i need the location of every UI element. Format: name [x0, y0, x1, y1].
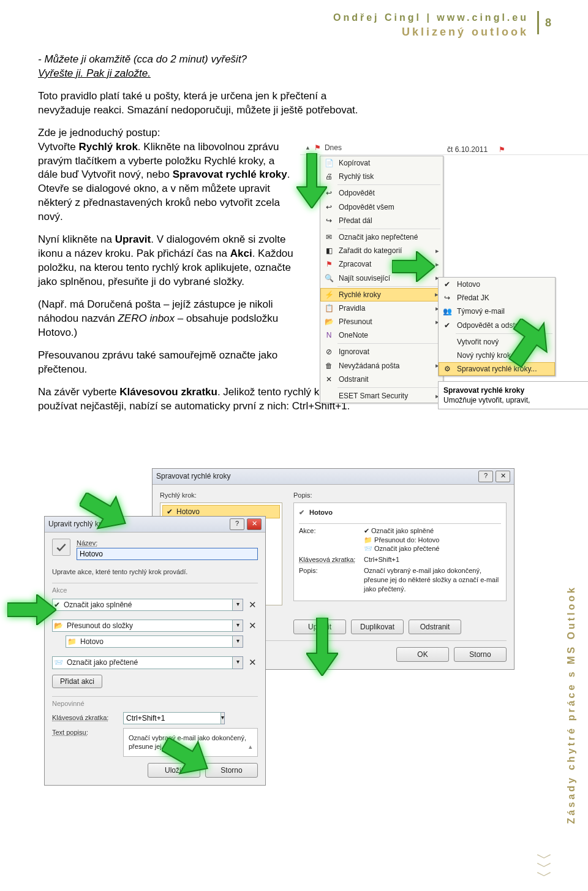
ctx-copy[interactable]: 📄Kopírovat [320, 156, 443, 170]
check-icon: ✔ [442, 320, 452, 330]
header-subtitle: Uklizený outlook [333, 25, 529, 39]
paragraph-5a: Přesouvanou zprávu také samouřejmě označ… [38, 349, 295, 377]
ctx-delete[interactable]: ✕Odstranit [320, 373, 443, 386]
context-menu-screenshot: ▲ ⚑ Dnes čt 6.10.2011 ⚑ 📄Kopírovat 🖨Rych… [300, 141, 588, 155]
label-texttip: Text popisu: [52, 728, 119, 737]
green-arrow-icon [392, 251, 435, 282]
svg-marker-6 [306, 618, 338, 676]
step-icon-button[interactable] [52, 539, 70, 556]
dropdown-caret-icon[interactable]: ▾ [233, 635, 243, 648]
folder-icon: 📁 [364, 536, 372, 544]
green-arrow-icon [7, 594, 56, 625]
ctx-onenote[interactable]: NOneNote [320, 328, 443, 342]
question-line: - Můžete ji okamžitě (cca do 2 minut) vy… [38, 53, 551, 67]
answer-line: Vyřešte ji. Pak ji založte. [38, 67, 551, 81]
window-title: Spravovat rychlé kroky [156, 471, 230, 481]
label-optional: Nepovinné [52, 699, 258, 708]
row-date: čt 6.10.2011 [447, 145, 488, 154]
help-button[interactable]: ? [230, 518, 244, 530]
dropdown-caret-icon[interactable]: ▾ [233, 620, 243, 632]
sub-predat[interactable]: ↪Předat JK [439, 291, 555, 305]
remove-action-button[interactable]: ✕ [247, 656, 258, 669]
green-arrow-icon [162, 738, 211, 781]
paragraph-2: Zde je jednoduchý postup: Vytvořte Rychl… [38, 126, 295, 225]
side-vertical-text: Zásady chytré práce s MS Outlook [565, 585, 578, 824]
close-button[interactable]: ✕ [247, 518, 262, 530]
gear-icon: ⚙ [442, 364, 452, 374]
svg-marker-5 [162, 738, 211, 781]
ctx-ignore[interactable]: ⊘Ignorovat [320, 345, 443, 358]
action-1: ✔Označit jako splněné ▾ ✕ [52, 599, 258, 611]
label-step: Rychlý krok: [160, 491, 282, 500]
header-author: Ondřej Cingl | www.cingl.eu [333, 11, 529, 25]
help-button[interactable]: ? [478, 471, 493, 482]
svg-marker-1 [392, 251, 435, 282]
green-arrow-icon [80, 493, 129, 536]
action-2-sub: 📁Hotovo ▾ ✕ [66, 635, 258, 648]
action1-select[interactable]: ✔Označit jako splněné [52, 599, 233, 611]
flag-icon: ⚑ [314, 143, 321, 153]
folder-select[interactable]: 📁Hotovo [66, 635, 233, 648]
sub-team[interactable]: 👥Týmový e-mail [439, 305, 555, 318]
odstranit-button[interactable]: Odstranit [409, 620, 461, 634]
ctx-forward[interactable]: ↪Předat dál [320, 214, 443, 227]
folder-icon: 📁 [67, 637, 77, 646]
ok-button[interactable]: OK [396, 647, 449, 662]
add-action-button[interactable]: Přidat akci [52, 675, 102, 688]
group-today: Dnes [325, 143, 342, 153]
label-shortcut: Klávesová zkratka: [52, 713, 119, 722]
action3-select[interactable]: 📨Označit jako přečtené [52, 656, 233, 669]
check-icon: ✔ [442, 279, 452, 289]
close-button[interactable]: ✕ [496, 471, 510, 482]
mail-open-icon: 📨 [364, 545, 372, 552]
action-3: 📨Označit jako přečtené ▾ ✕ [52, 656, 258, 669]
chevron-down-icon: ﹀﹀﹀ [537, 854, 551, 880]
svg-marker-2 [508, 319, 551, 368]
edit-quickstep-window: Upravit rychlý krok ? ✕ Název: Upravte a… [44, 516, 266, 786]
dropdown-caret-icon[interactable]: ▾ [221, 712, 225, 724]
name-input[interactable] [77, 548, 258, 560]
team-icon: 👥 [442, 306, 452, 316]
svg-marker-0 [296, 153, 327, 208]
flag-icon: ⚑ [499, 145, 505, 154]
scroll-up-icon[interactable]: ▴ [249, 742, 252, 751]
sub-hotovo[interactable]: ✔Hotovo [439, 278, 555, 291]
storno-button[interactable]: Storno [205, 763, 258, 778]
duplikovat-button[interactable]: Duplikovat [351, 620, 404, 634]
ctx-junk[interactable]: 🗑Nevyžádaná pošta [320, 359, 443, 373]
ctx-eset[interactable]: ESET Smart Security [320, 389, 443, 403]
ignore-icon: ⊘ [324, 347, 334, 357]
delete-icon: ✕ [324, 374, 334, 384]
green-arrow-icon [306, 618, 338, 676]
svg-marker-4 [7, 594, 56, 625]
shortcut-select[interactable] [123, 712, 221, 724]
storno-button[interactable]: Storno [454, 647, 507, 662]
green-arrow-icon [508, 319, 551, 368]
check-icon: ✔ [167, 507, 173, 517]
remove-action-button[interactable]: ✕ [247, 599, 258, 611]
ctx-move[interactable]: 📂Přesunout [320, 315, 443, 328]
ctx-rules[interactable]: 📋Pravidla [320, 301, 443, 315]
label-name: Název: [77, 539, 258, 548]
paragraph-3: Nyní klikněte na Upravit. V dialogovém o… [38, 233, 295, 289]
check-icon: ✔ [364, 527, 369, 534]
dropdown-caret-icon[interactable]: ▾ [233, 599, 243, 611]
ctx-markunread[interactable]: ✉Označit jako nepřečtené [320, 230, 443, 244]
ctx-replyall[interactable]: ↩Odpovědět všem [320, 200, 443, 214]
ctx-quickprint[interactable]: 🖨Rychlý tisk [320, 170, 443, 183]
category-icon: ◧ [324, 246, 334, 256]
dropdown-caret-icon[interactable]: ▾ [233, 656, 243, 669]
instr-text: Upravte akce, které tento rychlý krok pr… [52, 567, 258, 577]
tooltip-box: Spravovat rychlé kroky Umožňuje vytvořit… [438, 381, 588, 409]
forward-icon: ↪ [324, 216, 334, 226]
action-2: 📂Přesunout do složky ▾ ✕ [52, 620, 258, 632]
action2-select[interactable]: 📂Přesunout do složky [52, 620, 233, 632]
label-popis: Popis: [293, 491, 507, 500]
ctx-quicksteps[interactable]: ⚡Rychlé kroky [320, 288, 443, 301]
move-icon: 📂 [324, 317, 334, 327]
remove-action-button[interactable]: ✕ [247, 620, 258, 632]
paragraph-4: (Např. má Doručená pošta – jejíž zástupc… [38, 298, 295, 340]
ctx-reply[interactable]: ↩Odpovědět [320, 186, 443, 200]
manage-name: Hotovo [309, 508, 333, 517]
svg-marker-3 [80, 493, 129, 536]
